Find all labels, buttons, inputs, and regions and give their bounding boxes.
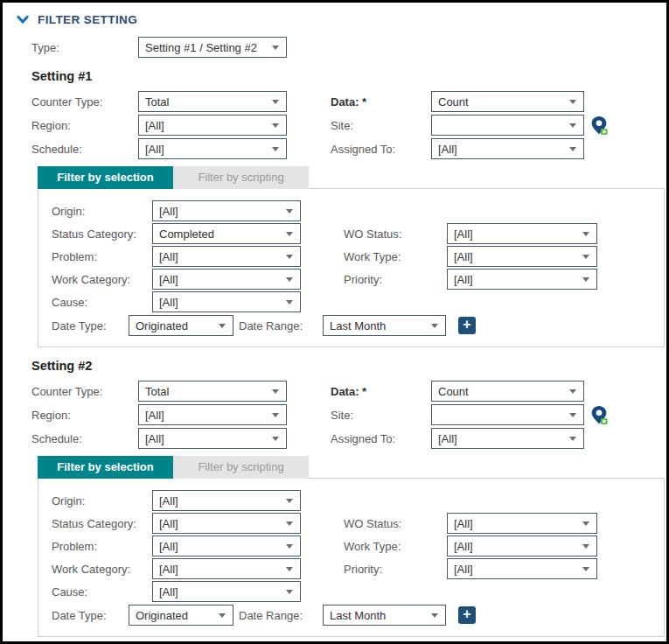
origin-row: Origin: [All] xyxy=(38,200,664,221)
work-type-label: Work Type: xyxy=(344,250,447,263)
dropdown-arrow-icon xyxy=(286,590,293,594)
cause-select[interactable]: [All] xyxy=(152,291,301,312)
counter-type-select[interactable]: Total xyxy=(138,381,287,402)
collapse-chevron-icon[interactable] xyxy=(17,15,31,24)
dropdown-arrow-icon xyxy=(582,522,589,526)
date-range-label: Date Range: xyxy=(239,609,323,622)
dropdown-arrow-icon xyxy=(569,413,576,417)
dropdown-arrow-icon xyxy=(569,100,576,104)
status-category-select[interactable]: [All] xyxy=(152,513,301,534)
date-type-select[interactable]: Originated xyxy=(129,605,233,626)
region-select[interactable]: [All] xyxy=(138,115,287,136)
assigned-to-select[interactable]: [All] xyxy=(431,428,584,449)
dropdown-arrow-icon xyxy=(286,300,293,304)
data-label: Data: * xyxy=(331,385,431,398)
priority-select[interactable]: [All] xyxy=(447,558,597,579)
tab-filter-by-scripting[interactable]: Filter by scripting xyxy=(173,456,309,479)
data-select[interactable]: Count xyxy=(431,381,584,402)
priority-select[interactable]: [All] xyxy=(447,269,597,290)
data-label: Data: * xyxy=(331,95,431,108)
schedule-label: Schedule: xyxy=(31,432,138,445)
site-label: Site: xyxy=(331,119,431,132)
problem-select[interactable]: [All] xyxy=(152,536,301,556)
counter-type-label: Counter Type: xyxy=(31,385,138,398)
dropdown-arrow-icon xyxy=(286,499,293,503)
date-range-select[interactable]: Last Month xyxy=(323,315,446,336)
counter-type-data-row: Counter Type: Total Data: * Count xyxy=(31,91,666,112)
work-category-label: Work Category: xyxy=(52,563,152,576)
dropdown-arrow-icon xyxy=(431,613,438,618)
schedule-select[interactable]: [All] xyxy=(138,428,287,449)
origin-label: Origin: xyxy=(52,205,152,218)
site-map-pin-icon[interactable] xyxy=(590,405,608,425)
priority-label: Priority: xyxy=(344,563,447,576)
problem-row: Problem: [All] Work Type: [All] xyxy=(38,536,664,556)
status-category-select[interactable]: Completed xyxy=(152,223,301,244)
setting-1-heading: Setting #1 xyxy=(31,69,666,83)
add-date-filter-button[interactable]: + xyxy=(458,606,476,624)
dropdown-arrow-icon xyxy=(286,209,293,214)
wo-status-label: WO Status: xyxy=(344,228,447,241)
region-label: Region: xyxy=(31,409,138,422)
dropdown-arrow-icon xyxy=(582,232,589,236)
work-category-select[interactable]: [All] xyxy=(152,269,301,290)
setting-2-heading: Setting #2 xyxy=(31,359,666,373)
add-date-filter-button[interactable]: + xyxy=(458,317,476,334)
counter-type-data-row: Counter Type: Total Data: * Count xyxy=(31,381,666,402)
wo-status-select[interactable]: [All] xyxy=(447,513,597,534)
status-category-label: Status Category: xyxy=(52,517,152,530)
counter-type-label: Counter Type: xyxy=(31,95,138,108)
dropdown-arrow-icon xyxy=(272,413,279,417)
work-type-select[interactable]: [All] xyxy=(447,246,597,267)
tab-filter-by-selection[interactable]: Filter by selection xyxy=(38,166,173,189)
region-select[interactable]: [All] xyxy=(138,404,287,425)
schedule-select[interactable]: [All] xyxy=(138,138,287,159)
dropdown-arrow-icon xyxy=(431,324,438,328)
date-type-label: Date Type: xyxy=(52,609,129,622)
assigned-to-select[interactable]: [All] xyxy=(431,138,584,159)
cause-label: Cause: xyxy=(52,585,152,598)
counter-type-select[interactable]: Total xyxy=(138,91,287,112)
dropdown-arrow-icon xyxy=(286,522,293,526)
filter-tabs: Filter by selection Filter by scripting xyxy=(38,166,666,189)
date-range-select[interactable]: Last Month xyxy=(323,605,446,626)
site-select[interactable] xyxy=(431,115,584,136)
work-category-select[interactable]: [All] xyxy=(152,558,301,579)
dropdown-arrow-icon xyxy=(272,123,279,128)
problem-label: Problem: xyxy=(52,540,152,553)
dropdown-arrow-icon xyxy=(272,46,279,50)
site-map-pin-icon[interactable] xyxy=(590,116,608,136)
type-select[interactable]: Setting #1 / Setting #2 xyxy=(138,37,287,58)
work-category-row: Work Category: [All] Priority: [All] xyxy=(38,269,664,290)
date-type-select[interactable]: Originated xyxy=(129,315,233,336)
filter-by-selection-panel: Origin: [All] Status Category: Completed… xyxy=(38,188,665,347)
panel-title: FILTER SETTING xyxy=(38,13,137,26)
origin-select[interactable]: [All] xyxy=(152,490,301,511)
dropdown-arrow-icon xyxy=(582,567,589,571)
dropdown-arrow-icon xyxy=(582,544,589,549)
data-select[interactable]: Count xyxy=(431,91,584,112)
tab-filter-by-selection[interactable]: Filter by selection xyxy=(38,456,173,479)
work-type-select[interactable]: [All] xyxy=(447,536,597,556)
work-category-row: Work Category: [All] Priority: [All] xyxy=(38,558,664,579)
tab-filter-by-scripting[interactable]: Filter by scripting xyxy=(173,166,309,189)
date-range-label: Date Range: xyxy=(239,319,323,332)
wo-status-select[interactable]: [All] xyxy=(447,223,597,244)
dropdown-arrow-icon xyxy=(286,255,293,259)
date-type-label: Date Type: xyxy=(52,319,129,332)
origin-select[interactable]: [All] xyxy=(152,200,301,221)
cause-select[interactable]: [All] xyxy=(152,581,301,602)
site-select[interactable] xyxy=(431,404,584,425)
schedule-assigned-row: Schedule: [All] Assigned To: [All] xyxy=(31,138,666,159)
date-row: Date Type: Originated Date Range: Last M… xyxy=(38,605,664,626)
dropdown-arrow-icon xyxy=(286,567,293,571)
date-row: Date Type: Originated Date Range: Last M… xyxy=(38,315,664,336)
region-label: Region: xyxy=(31,119,138,132)
wo-status-label: WO Status: xyxy=(344,517,447,530)
type-row: Type: Setting #1 / Setting #2 xyxy=(31,37,666,58)
dropdown-arrow-icon xyxy=(582,277,589,282)
dropdown-arrow-icon xyxy=(569,437,576,441)
origin-label: Origin: xyxy=(52,494,152,508)
schedule-label: Schedule: xyxy=(31,143,138,156)
problem-select[interactable]: [All] xyxy=(152,246,301,267)
